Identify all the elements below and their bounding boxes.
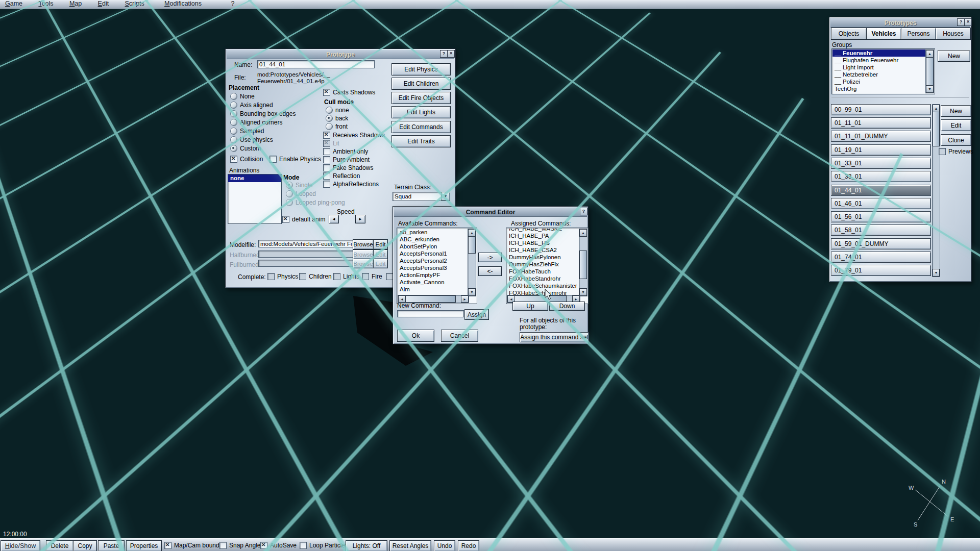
vertical-scrollbar[interactable]: ▲ ▼ [932,104,940,277]
collision-checkbox-row[interactable]: Collision [230,156,263,163]
placement-option-sampled[interactable]: Sampled [230,128,264,135]
modelfile-edit-button[interactable]: Edit [373,239,388,249]
fullburned-input[interactable] [258,260,354,267]
name-input[interactable] [257,60,375,68]
menu-scripts[interactable]: Scripts [125,0,144,7]
list-item[interactable]: Activate_Cannon [398,279,468,286]
ambient-only-checkbox[interactable] [323,148,330,155]
complete-physics-checkbox[interactable] [267,273,275,280]
radio-icon[interactable] [286,199,293,206]
list-item[interactable]: ICH_HABE_PA [507,232,579,239]
remove-command-button[interactable]: <- [478,266,502,276]
clone-prototype-button[interactable]: Clone [941,134,971,146]
list-item[interactable]: ABC_erkunden [398,236,468,243]
edit-fire-objects-button[interactable]: Edit Fire Objects [391,92,451,104]
placement-option-axis-aligned[interactable]: Axis aligned [230,102,273,109]
radio-icon[interactable] [326,107,333,114]
enable-physics-checkbox-row[interactable]: Enable Physics [270,156,321,163]
radio-icon[interactable] [230,102,237,109]
enable-physics-checkbox[interactable] [270,156,277,163]
prototype-item[interactable]: 01_46_01 [831,198,931,209]
paste-button[interactable]: Paste [98,540,125,551]
redo-button[interactable]: Redo [458,540,479,551]
placement-option-none[interactable]: None [230,93,255,100]
halfburned-edit-button[interactable]: Edit [373,249,388,259]
assign-button[interactable]: Assign [464,309,489,320]
scrollbar-thumb[interactable] [926,57,934,86]
tab-persons[interactable]: Persons [901,28,936,40]
edit-lights-button[interactable]: Edit Lights [391,106,451,118]
assign-command-set-button[interactable]: Assign this command set [520,332,589,342]
cancel-button[interactable]: Cancel [441,330,478,342]
loop-particles-checkbox[interactable] [300,542,307,549]
lit-checkbox[interactable] [323,140,330,147]
list-item[interactable]: FOXHabeSchaumkanister [507,282,579,289]
receives-shadows-checkbox[interactable] [323,132,330,139]
list-item[interactable]: ICH_HABE_MASKE [507,229,579,232]
tab-vehicles[interactable]: Vehicles [866,28,901,40]
prototype-item[interactable]: 01_59_01_DUMMY [831,238,931,249]
radio-icon[interactable] [286,182,293,189]
command-editor-titlebar[interactable]: Command Editor [394,208,587,217]
fake-shadows-checkbox[interactable] [323,164,330,171]
prototype-item[interactable]: 01_74_01 [831,252,931,263]
close-icon[interactable]: ✕ [964,18,972,26]
edit-commands-button[interactable]: Edit Commands [391,121,451,133]
loop-particles-row[interactable]: Loop Particles [300,542,348,549]
hide-show-button[interactable]: Hide/Show [1,540,40,551]
terrain-class-select[interactable]: Squad ▼ [393,192,450,201]
map-cam-bounds-row[interactable]: Map/Cam bounds [164,542,223,549]
radio-icon[interactable] [230,110,237,117]
complete-lights-checkbox[interactable] [333,273,340,280]
prototype-item[interactable]: 00_99_01 [831,104,931,115]
scroll-up-icon[interactable]: ▲ [933,105,940,112]
cull-option-none[interactable]: none [326,107,349,114]
group-item[interactable]: __ Light Import [832,64,926,71]
dropdown-arrow-icon[interactable]: ▼ [441,192,450,201]
halfburned-browse-button[interactable]: Browse [353,249,374,259]
scrollbar-thumb[interactable] [405,295,456,303]
group-item[interactable]: TechOrg [832,85,926,92]
previews-checkbox-row[interactable]: Previews [939,148,973,155]
undo-button[interactable]: Undo [434,540,455,551]
alpha-reflections-checkbox[interactable] [323,181,330,188]
scroll-up-icon[interactable]: ▲ [468,229,476,237]
group-item[interactable]: __ Netzbetreiber [832,71,926,78]
lit-row[interactable]: Lit [323,140,339,147]
list-item[interactable]: ICH_HABE_CSA2 [507,246,579,254]
scrollbar-thumb[interactable] [933,112,940,146]
prototype-item[interactable]: 01_11_01 [831,117,931,129]
prototype-item[interactable]: 01_58_01 [831,224,931,236]
edit-prototype-button[interactable]: Edit [941,119,971,131]
menu-game[interactable]: Game [5,0,22,7]
receives-shadows-row[interactable]: Receives Shadows [323,132,385,139]
ok-button[interactable]: Ok [397,330,434,342]
radio-icon[interactable] [230,128,237,135]
list-item[interactable]: DummyHasPylonen [507,254,579,261]
cull-option-back[interactable]: back [326,115,348,122]
scroll-up-icon[interactable]: ▲ [579,229,587,237]
mode-option-looped[interactable]: Looped [286,190,316,197]
ambient-only-row[interactable]: Ambient only [323,148,368,155]
scroll-down-icon[interactable]: ▼ [933,269,940,277]
speed-increase-button[interactable]: ► [355,215,365,223]
prototype-item[interactable]: 01_33_01 [831,158,931,169]
casts-shadows-row[interactable]: Casts Shadows [323,89,375,96]
default-anim-checkbox-row[interactable]: default anim [282,216,325,223]
list-item[interactable]: ActionEmptyPF [398,271,468,279]
complete-fire-row[interactable]: Fire [362,273,382,280]
list-item[interactable]: AcceptsPersonal1 [398,250,468,257]
complete-physics-row[interactable]: Physics [267,273,298,280]
radio-icon[interactable] [286,190,293,197]
radio-icon[interactable] [230,119,237,126]
new-command-input[interactable] [397,310,464,317]
placement-option-use-physics[interactable]: Use physics [230,136,273,143]
reset-angles-button[interactable]: Reset Angles [389,540,431,551]
menu-tools[interactable]: Tools [38,0,53,7]
list-item[interactable]: Aim [398,286,468,293]
prototype-item[interactable]: 01_33_01 [831,171,931,182]
vertical-scrollbar[interactable]: ▲ ▼ [579,229,587,296]
help-icon[interactable]: ? [957,18,965,26]
complete-lights-row[interactable]: Lights [333,273,359,280]
help-icon[interactable]: ? [440,50,448,58]
